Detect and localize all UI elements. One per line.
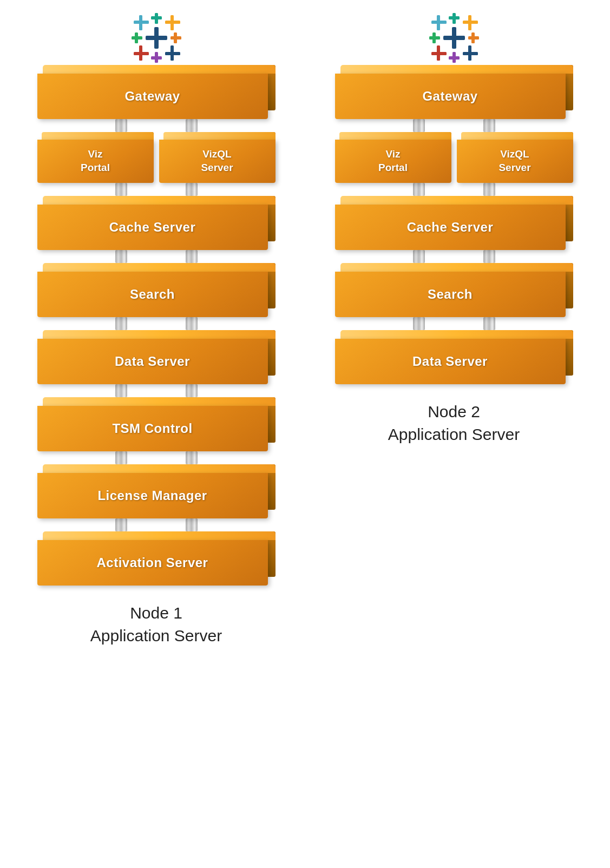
cache1-label: Cache Server — [109, 220, 195, 235]
node1-label: Node 1 Application Server — [90, 602, 222, 647]
search1-top — [43, 263, 276, 272]
svg-rect-13 — [151, 56, 162, 60]
rod3a — [115, 250, 127, 263]
svg-rect-19 — [443, 36, 465, 40]
node1-dataserver-block: Data Server — [37, 330, 276, 384]
svg-rect-35 — [471, 32, 475, 43]
activation1-front: Activation Server — [37, 540, 268, 586]
node1-viz-portal-block: Viz Portal — [37, 132, 154, 183]
node2-search-block: Search — [335, 263, 573, 317]
viz-portal2-label: Viz Portal — [378, 148, 408, 174]
dataserver1-label: Data Server — [115, 354, 190, 369]
rod10a — [413, 250, 425, 263]
connector-after-dataserver1 — [37, 384, 276, 397]
node1-gateway-block: Gateway — [37, 65, 276, 119]
connector-after-tsm1 — [37, 451, 276, 464]
vizql2-front: VizQL Server — [457, 140, 573, 183]
svg-rect-1 — [146, 36, 167, 40]
rod4a — [115, 317, 127, 330]
svg-rect-23 — [463, 21, 478, 24]
connector-after-search1 — [37, 317, 276, 330]
svg-rect-7 — [134, 52, 149, 55]
cache2-top — [340, 196, 573, 205]
node1-label-line2: Application Server — [90, 624, 222, 647]
connector-after-gateway2 — [335, 119, 573, 132]
viz-portal1-front: Viz Portal — [37, 140, 154, 183]
gateway1-top — [43, 65, 276, 74]
gateway2-front: Gateway — [335, 74, 566, 119]
dataserver1-front: Data Server — [37, 339, 268, 384]
rod7b — [186, 518, 198, 531]
viz-portal2-top — [339, 132, 451, 140]
rod1b — [186, 119, 198, 132]
rod6a — [115, 451, 127, 464]
viz-portal1-label: Viz Portal — [81, 148, 110, 174]
svg-rect-17 — [174, 32, 177, 43]
tsm1-front: TSM Control — [37, 406, 268, 451]
activation1-label: Activation Server — [97, 555, 208, 570]
svg-rect-29 — [449, 16, 460, 19]
activation1-top — [43, 531, 276, 540]
page-container: Gateway Viz Portal VizQL Serv — [8, 11, 603, 647]
svg-rect-11 — [151, 16, 162, 19]
node1-license-block: License Manager — [37, 464, 276, 518]
search2-label: Search — [428, 287, 473, 302]
svg-rect-21 — [431, 21, 447, 24]
node1-double-block: Viz Portal VizQL Server — [37, 132, 276, 183]
node1-tsm-block: TSM Control — [37, 397, 276, 451]
rod7a — [115, 518, 127, 531]
license1-top — [43, 464, 276, 473]
viz-portal1-top — [42, 132, 154, 140]
dataserver1-top — [43, 330, 276, 339]
rod2a — [115, 183, 127, 196]
svg-rect-5 — [165, 21, 180, 24]
rod5a — [115, 384, 127, 397]
search2-front: Search — [335, 272, 566, 317]
rod4b — [186, 317, 198, 330]
gateway2-label: Gateway — [422, 89, 477, 104]
search1-front: Search — [37, 272, 268, 317]
node1-activation-block: Activation Server — [37, 531, 276, 586]
cache1-front: Cache Server — [37, 205, 268, 250]
rod5b — [186, 384, 198, 397]
dataserver2-label: Data Server — [412, 354, 488, 369]
node2-label-line2: Application Server — [388, 423, 520, 446]
rod11b — [483, 317, 495, 330]
node1-cache-block: Cache Server — [37, 196, 276, 250]
tsm1-label: TSM Control — [112, 421, 192, 436]
tsm1-top — [43, 397, 276, 406]
viz-portal2-front: Viz Portal — [335, 140, 451, 183]
svg-rect-3 — [134, 21, 149, 24]
svg-rect-27 — [463, 52, 478, 55]
connector-after-cache2 — [335, 250, 573, 263]
node1-vizql-block: VizQL Server — [159, 132, 276, 183]
node2-cache-block: Cache Server — [335, 196, 573, 250]
node2-vizql-block: VizQL Server — [457, 132, 573, 183]
node2-label: Node 2 Application Server — [388, 400, 520, 446]
node2-viz-portal-block: Viz Portal — [335, 132, 451, 183]
license1-front: License Manager — [37, 473, 268, 518]
rod10b — [483, 250, 495, 263]
vizql2-top — [461, 132, 573, 140]
svg-rect-33 — [432, 32, 436, 43]
dataserver2-front: Data Server — [335, 339, 566, 384]
dataserver2-top — [340, 330, 573, 339]
node1-logo — [129, 11, 183, 65]
cache2-label: Cache Server — [407, 220, 493, 235]
license1-label: License Manager — [97, 488, 207, 503]
gateway1-front: Gateway — [37, 74, 268, 119]
node1-column: Gateway Viz Portal VizQL Serv — [24, 11, 289, 647]
gateway2-top — [340, 65, 573, 74]
node2-dataserver-block: Data Server — [335, 330, 573, 384]
rod9a — [413, 183, 425, 196]
node2-label-line1: Node 2 — [388, 400, 520, 423]
search2-top — [340, 263, 573, 272]
svg-rect-25 — [431, 52, 447, 55]
rod8a — [413, 119, 425, 132]
search1-label: Search — [130, 287, 175, 302]
connector-after-gateway1 — [37, 119, 276, 132]
rod11a — [413, 317, 425, 330]
node2-logo — [427, 11, 481, 65]
node2-gateway-block: Gateway — [335, 65, 573, 119]
connector-after-double2 — [335, 183, 573, 196]
